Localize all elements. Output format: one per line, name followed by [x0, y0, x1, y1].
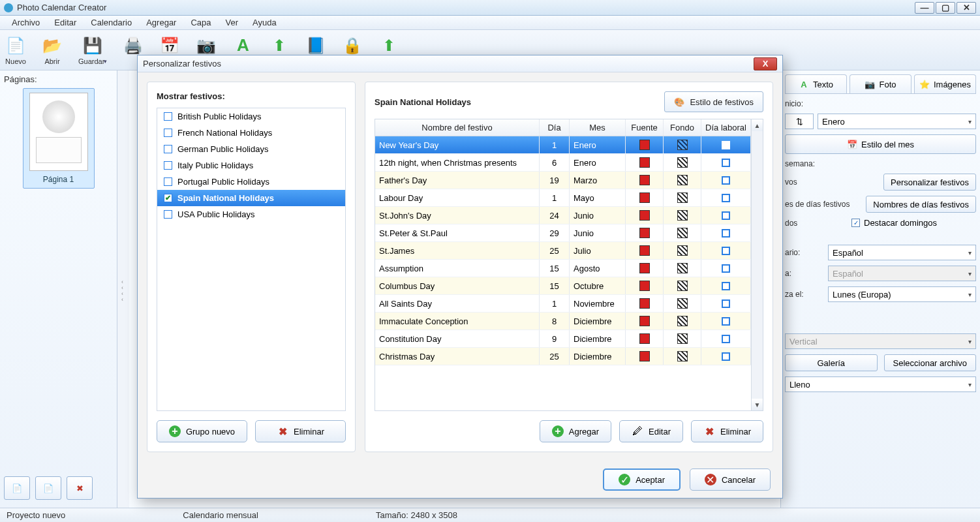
table-row[interactable]: Assumption15Agosto — [375, 260, 751, 277]
col-workday[interactable]: Día laboral — [701, 119, 751, 136]
agregar-button[interactable]: +Agregar — [540, 420, 611, 442]
menu-agregar[interactable]: Agregar — [140, 16, 183, 29]
splitter[interactable]: ‹‹‹‹ — [117, 70, 129, 508]
galeria-button[interactable]: Galería — [785, 354, 878, 371]
table-row[interactable]: Christmas Day25Diciembre — [375, 348, 751, 365]
estilo-festivos-button[interactable]: 🎨Estilo de festivos — [664, 91, 763, 112]
cell-name: Christmas Day — [375, 348, 540, 365]
col-month[interactable]: Mes — [570, 119, 626, 136]
add-page-button[interactable]: 📄 — [4, 476, 30, 500]
holiday-group-item[interactable]: ✔Spain National Holidays — [157, 190, 345, 206]
seleccionar-archivo-button[interactable]: Seleccionar archivo — [884, 354, 977, 371]
scroll-up-icon[interactable]: ▲ — [752, 119, 763, 131]
tab-texto[interactable]: ATexto — [785, 74, 847, 93]
holiday-group-item[interactable]: Portugal Public Holidays — [157, 174, 345, 190]
table-row[interactable]: Father's Day19Marzo — [375, 172, 751, 189]
table-row[interactable]: 12th night, when Christmas presents6Ener… — [375, 154, 751, 172]
table-row[interactable]: Labour Day1Mayo — [375, 189, 751, 207]
orient-select[interactable]: Vertical▾ — [785, 333, 976, 349]
delete-page-button[interactable]: ✖ — [67, 476, 93, 500]
maximize-button[interactable]: ▢ — [936, 2, 955, 14]
ario-select[interactable]: Español▾ — [828, 245, 976, 260]
menu-capa[interactable]: Capa — [184, 16, 217, 29]
dialog-footer: ✓Aceptar ✕Cancelar — [138, 461, 782, 498]
tab-imagenes[interactable]: ⭐Imágenes — [914, 74, 976, 93]
table-row[interactable]: Columbus Day15Octubre — [375, 277, 751, 295]
holiday-group-item[interactable]: French National Holidays — [157, 125, 345, 141]
col-day[interactable]: Día — [540, 119, 570, 136]
col-font[interactable]: Fuente — [626, 119, 664, 136]
cell-bg — [664, 348, 701, 365]
menu-ayuda[interactable]: Ayuda — [246, 16, 283, 29]
toolbar-nuevo[interactable]: 📄 Nuevo — [5, 35, 26, 65]
table-row[interactable]: All Saints Day1Noviembre — [375, 295, 751, 313]
menu-calendario[interactable]: Calendario — [84, 16, 138, 29]
cell-month: Diciembre — [570, 313, 626, 330]
hatch-swatch-icon — [677, 210, 688, 221]
checkbox-icon — [722, 159, 730, 167]
col-name[interactable]: Nombre del festivo — [375, 119, 540, 136]
move-page-button[interactable]: 📄 — [35, 476, 61, 500]
lleno-select[interactable]: Lleno▾ — [785, 376, 976, 392]
toolbar-abrir-label: Abrir — [44, 57, 59, 65]
color-swatch-icon — [639, 140, 650, 150]
toolbar-guardar[interactable]: 💾 Guardar▾ — [78, 35, 107, 65]
editar-button[interactable]: 🖉Editar — [619, 420, 683, 442]
cell-month: Noviembre — [570, 295, 626, 312]
menu-ver[interactable]: Ver — [219, 16, 245, 29]
cell-workday — [701, 242, 751, 259]
color-swatch-icon — [639, 157, 650, 168]
holiday-group-item[interactable]: Italy Public Holidays — [157, 157, 345, 174]
hatch-swatch-icon — [677, 245, 688, 256]
minimize-button[interactable]: — — [915, 2, 934, 14]
holiday-group-item[interactable]: German Public Holidays — [157, 141, 345, 157]
a-select[interactable]: Español▾ — [828, 266, 976, 281]
destacar-checkbox[interactable]: ✓Destacar domingos — [851, 218, 937, 228]
table-row[interactable]: Immaculate Conception8Diciembre — [375, 313, 751, 330]
eliminar-grupo-button[interactable]: ✖Eliminar — [255, 420, 346, 442]
nombres-dias-label: Nombres de días festivos — [873, 200, 969, 209]
menu-archivo[interactable]: Archivo — [5, 16, 46, 29]
menu-bar: Archivo Editar Calendario Agregar Capa V… — [0, 16, 980, 30]
table-row[interactable]: St.Peter & St.Paul29Junio — [375, 224, 751, 242]
inicio-spinner[interactable]: ⇅ — [785, 114, 814, 129]
menu-editar[interactable]: Editar — [48, 16, 83, 29]
scroll-down-icon[interactable]: ▼ — [752, 399, 763, 410]
pages-panel: Páginas: Página 1 📄 📄 ✖ — [0, 70, 117, 508]
estilo-mes-button[interactable]: 📅Estilo del mes — [785, 134, 976, 154]
cell-font — [626, 295, 664, 312]
table-scrollbar[interactable]: ▲ ▼ — [751, 119, 763, 410]
cancelar-button[interactable]: ✕Cancelar — [690, 468, 771, 491]
table-row[interactable]: St.John's Day24Junio — [375, 207, 751, 224]
table-row[interactable]: Constitution Day9Diciembre — [375, 330, 751, 348]
arrow-up-icon: ⬆ — [269, 35, 290, 56]
cell-month: Octubre — [570, 277, 626, 294]
toolbar-abrir[interactable]: 📂 Abrir — [42, 35, 63, 65]
grupo-nuevo-button[interactable]: +Grupo nuevo — [157, 420, 247, 442]
table-row[interactable]: St.James25Julio — [375, 242, 751, 260]
col-bg[interactable]: Fondo — [664, 119, 701, 136]
aceptar-button[interactable]: ✓Aceptar — [603, 468, 681, 491]
title-bar: Photo Calendar Creator — ▢ ✕ — [0, 0, 980, 16]
dialog-close-button[interactable]: X — [754, 57, 777, 70]
page-thumbnail[interactable]: Página 1 — [23, 88, 95, 189]
cell-month: Diciembre — [570, 330, 626, 347]
holiday-group-item[interactable]: USA Public Holidays — [157, 206, 345, 223]
eliminar-holiday-button[interactable]: ✖Eliminar — [691, 420, 763, 442]
nombres-dias-button[interactable]: Nombres de días festivos — [866, 196, 976, 213]
personalizar-button[interactable]: Personalizar festivos — [883, 174, 976, 191]
cell-month: Julio — [570, 242, 626, 259]
holiday-group-item[interactable]: British Public Holidays — [157, 108, 345, 125]
text-a-icon: A — [799, 79, 809, 89]
za-select[interactable]: Lunes (Europa)▾ — [828, 286, 976, 302]
cell-day: 1 — [540, 136, 570, 153]
table-row[interactable]: New Year's Day1Enero — [375, 136, 751, 154]
checkbox-icon — [722, 264, 730, 273]
tab-foto[interactable]: 📷Foto — [850, 74, 911, 93]
personalizar-festivos-dialog: Personalizar festivos X Mostrar festivos… — [137, 55, 783, 499]
thumbnail-caption: Página 1 — [43, 175, 74, 184]
cell-day: 15 — [540, 277, 570, 294]
inicio-select[interactable]: Enero▾ — [818, 114, 976, 129]
hatch-swatch-icon — [677, 333, 688, 344]
close-button[interactable]: ✕ — [957, 2, 976, 14]
